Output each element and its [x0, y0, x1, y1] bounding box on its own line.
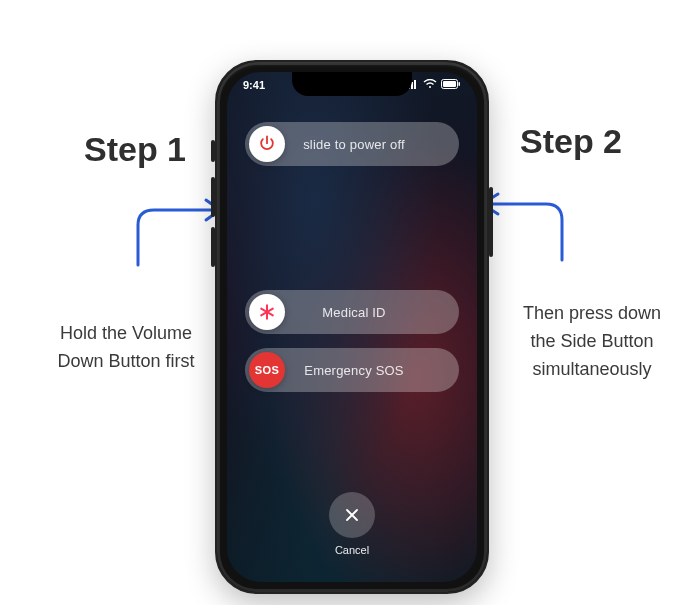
volume-down-button[interactable]	[211, 227, 215, 267]
power-off-knob[interactable]	[249, 126, 285, 162]
step1-description: Hold the Volume Down Button first	[46, 320, 206, 376]
emergency-sos-label: Emergency SOS	[285, 363, 459, 378]
medical-id-label: Medical ID	[285, 305, 459, 320]
medical-id-knob[interactable]	[249, 294, 285, 330]
cancel-label: Cancel	[335, 544, 369, 556]
cancel-button[interactable]	[329, 492, 375, 538]
side-button[interactable]	[489, 187, 493, 257]
volume-up-button[interactable]	[211, 177, 215, 217]
svg-point-4	[429, 86, 431, 88]
step2-description: Then press down the Side Button simultan…	[512, 300, 672, 384]
svg-rect-3	[414, 80, 416, 89]
status-time: 9:41	[243, 79, 265, 91]
medical-id-slider[interactable]: Medical ID	[245, 290, 459, 334]
asterisk-icon	[257, 302, 277, 322]
sos-icon: SOS	[255, 364, 280, 376]
silent-switch[interactable]	[211, 140, 215, 162]
cancel-area: Cancel	[227, 492, 477, 556]
emergency-sos-knob[interactable]: SOS	[249, 352, 285, 388]
phone-frame: 9:41	[215, 60, 489, 594]
svg-rect-7	[459, 82, 461, 86]
phone-screen: 9:41	[227, 72, 477, 582]
close-icon	[342, 505, 362, 525]
step1-title: Step 1	[84, 130, 186, 169]
diagram-stage: Step 1 Step 2 Hold the Volume Down Butto…	[0, 0, 700, 605]
power-icon	[257, 134, 277, 154]
emergency-sos-slider[interactable]: SOS Emergency SOS	[245, 348, 459, 392]
power-off-label: slide to power off	[285, 137, 459, 152]
step2-title: Step 2	[520, 122, 622, 161]
wifi-icon	[423, 79, 437, 91]
power-off-slider[interactable]: slide to power off	[245, 122, 459, 166]
battery-icon	[441, 79, 461, 91]
notch	[292, 72, 412, 96]
svg-rect-6	[443, 81, 456, 87]
